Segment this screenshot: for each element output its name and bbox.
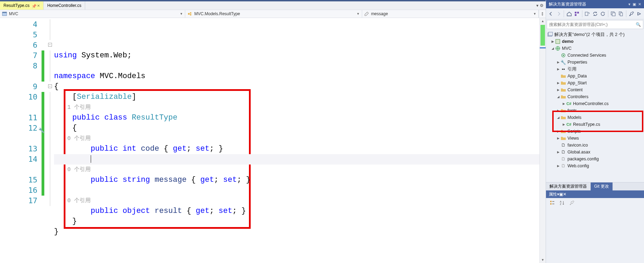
code-editor[interactable]: 45678 910 1112 1314 151617 −− using Syst… <box>0 18 546 263</box>
outlining-margin[interactable]: −− <box>46 18 54 263</box>
panel-menu-icon[interactable]: ▾ <box>628 2 630 7</box>
tree-label: 解决方案"demo"(2 个项目，共 2 个) <box>554 32 625 38</box>
nav-project-dropdown[interactable]: MVC ▼ <box>0 10 185 18</box>
panel-close-icon[interactable]: ✕ <box>563 192 566 197</box>
close-icon[interactable]: ✕ <box>37 4 40 8</box>
tab-homecontroller[interactable]: HomeController.cs <box>44 1 85 10</box>
expander-icon[interactable]: ▶ <box>556 88 561 92</box>
scroll-down-icon[interactable]: ▼ <box>540 257 546 263</box>
tree-references[interactable]: ▶▪▪引用 <box>546 66 644 73</box>
pin-icon[interactable]: 📌 <box>32 4 35 7</box>
forward-button[interactable] <box>555 10 563 18</box>
references-icon: ▪▪ <box>561 66 566 72</box>
tree-file-webconfig[interactable]: ▶🗋Web.config <box>546 162 644 169</box>
expander-icon[interactable]: ▶ <box>556 67 561 71</box>
tab-overflow-icon[interactable]: ▾ <box>536 3 538 8</box>
expander-icon[interactable]: ◢ <box>550 47 555 50</box>
svg-text:A: A <box>560 200 562 203</box>
nav-split-button[interactable]: ‡ <box>539 10 546 18</box>
tree-label: fonts <box>567 108 577 113</box>
property-pages-button[interactable] <box>567 199 576 207</box>
preview-button[interactable] <box>635 10 643 18</box>
panel-pin-icon[interactable]: ▣ <box>559 192 563 197</box>
back-button[interactable] <box>547 10 555 18</box>
alphabetical-button[interactable]: AZ <box>558 199 566 207</box>
tree-folder-content[interactable]: ▶Content <box>546 86 644 93</box>
solution-explorer-title-bar[interactable]: 解决方案资源管理器 ▾ ▣ ✕ <box>546 0 644 8</box>
svg-rect-22 <box>552 201 554 202</box>
expander-icon[interactable]: ◢ <box>556 116 561 119</box>
search-icon[interactable]: 🔍 <box>634 22 643 27</box>
tab-gear-icon[interactable]: ⚙ <box>540 3 544 8</box>
tree-folder-appdata[interactable]: App_Data <box>546 73 644 79</box>
folder-icon <box>561 87 566 93</box>
tree-label: Global.asax <box>567 150 590 154</box>
expander-icon[interactable]: ▶ <box>561 102 566 105</box>
expander-icon[interactable]: ◢ <box>556 95 561 98</box>
panel-title-text: 解决方案资源管理器 <box>549 1 586 7</box>
tree-properties[interactable]: ▶🔧Properties <box>546 59 644 66</box>
tree-label: App_Data <box>567 74 587 78</box>
tab-solution-explorer[interactable]: 解决方案资源管理器 <box>546 182 591 190</box>
tree-folder-controllers[interactable]: ◢Controllers <box>546 93 644 100</box>
tab-label: ResultType.cs <box>3 3 29 8</box>
solution-explorer-search[interactable]: 🔍 <box>547 20 643 29</box>
tree-label: ResultType.cs <box>573 122 600 127</box>
expander-icon[interactable]: ▶ <box>556 137 561 140</box>
tree-file-packages[interactable]: 🗋packages.config <box>546 156 644 162</box>
tree-file-resulttype[interactable]: ▶C#ResultType.cs <box>546 121 644 128</box>
tab-resulttype[interactable]: ResultType.cs 📌 ✕ <box>0 1 44 10</box>
solution-tree[interactable]: 解决方案"demo"(2 个项目，共 2 个) ▶demo ◢MVC Conne… <box>546 30 644 182</box>
expander-icon[interactable]: ▶ <box>556 109 561 112</box>
panel-close-icon[interactable]: ✕ <box>638 2 641 7</box>
change-indicator-bar <box>42 18 46 263</box>
expander-icon[interactable]: ▶ <box>556 81 561 85</box>
chevron-down-icon: ▼ <box>357 12 360 16</box>
properties-title-bar[interactable]: 属性 ▾ ▣ ✕ <box>546 190 644 198</box>
tree-file-globalasax[interactable]: ▶🗋Global.asax <box>546 149 644 156</box>
tree-solution-node[interactable]: 解决方案"demo"(2 个项目，共 2 个) <box>546 31 644 38</box>
panel-pin-icon[interactable]: ▣ <box>633 2 636 7</box>
tree-file-homecontroller[interactable]: ▶C#HomeController.cs <box>546 100 644 107</box>
show-all-files-button[interactable] <box>617 10 625 18</box>
refresh-button[interactable] <box>599 10 607 18</box>
properties-button[interactable] <box>628 10 635 18</box>
tree-folder-views[interactable]: ▶Views <box>546 135 644 142</box>
pending-changes-filter-button[interactable] <box>583 10 591 18</box>
tab-git-changes[interactable]: Git 更改 <box>591 182 613 190</box>
categorized-button[interactable] <box>548 199 556 207</box>
vertical-scrollbar[interactable]: ▲ ▼ <box>539 18 546 263</box>
tree-file-favicon[interactable]: 🗋favicon.ico <box>546 142 644 149</box>
expander-icon[interactable]: ▶ <box>550 40 555 43</box>
tree-folder-fonts[interactable]: ▶fonts <box>546 107 644 114</box>
tree-folder-appstart[interactable]: ▶App_Start <box>546 79 644 86</box>
home-button[interactable] <box>565 10 573 18</box>
line-number-gutter: 45678 910 1112 1314 151617 <box>0 18 42 263</box>
svg-point-2 <box>188 13 190 15</box>
switch-views-button[interactable] <box>573 10 581 18</box>
expander-icon[interactable]: ▶ <box>556 130 561 133</box>
nav-project-text: MVC <box>9 11 18 16</box>
split-icon: ‡ <box>541 11 544 16</box>
sync-button[interactable] <box>591 10 599 18</box>
panel-title-text: 属性 <box>549 191 557 197</box>
expander-icon[interactable]: ▶ <box>556 164 561 168</box>
expander-icon[interactable]: ▶ <box>561 123 566 126</box>
scroll-up-icon[interactable]: ▲ <box>540 18 546 24</box>
wrench-icon: 🔧 <box>561 59 566 65</box>
expander-icon[interactable]: ▶ <box>556 150 561 154</box>
tree-label: Views <box>567 136 579 141</box>
nav-class-dropdown[interactable]: MVC.Models.ResultType ▼ <box>185 10 362 18</box>
nav-member-dropdown[interactable]: message ▼ <box>362 10 539 18</box>
tree-project-mvc[interactable]: ◢MVC <box>546 45 644 52</box>
tree-project-demo[interactable]: ▶demo <box>546 38 644 45</box>
collapse-all-button[interactable] <box>609 10 617 18</box>
properties-grid[interactable] <box>546 208 644 263</box>
tree-connected-services[interactable]: Connected Services <box>546 52 644 59</box>
search-input[interactable] <box>547 22 634 27</box>
expander-icon[interactable]: ▶ <box>556 60 561 64</box>
folder-icon <box>561 115 566 120</box>
tree-folder-scripts[interactable]: ▶Scripts <box>546 128 644 135</box>
code-text-area[interactable]: using System.Web;namespace MVC.Models{ [… <box>54 18 539 263</box>
tree-folder-models[interactable]: ◢Models <box>546 114 644 121</box>
